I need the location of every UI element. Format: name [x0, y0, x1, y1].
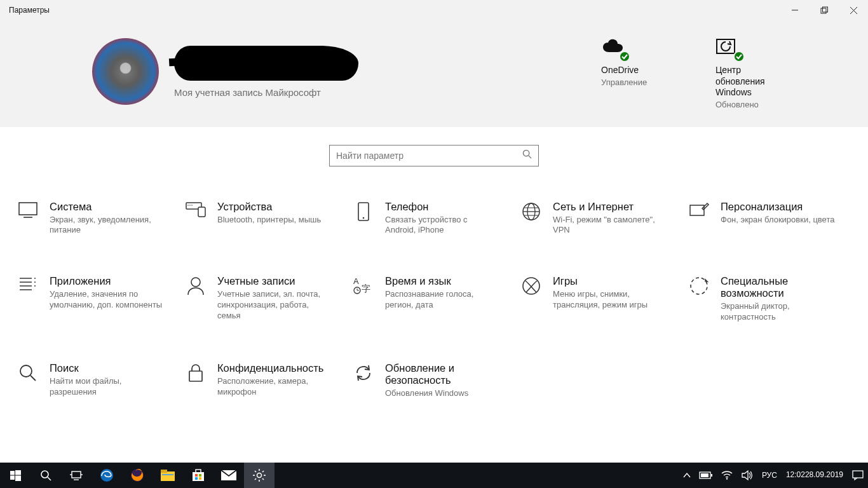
- svg-rect-11: [198, 207, 205, 217]
- taskbar-app-settings[interactable]: [244, 463, 275, 488]
- xbox-icon: [521, 276, 541, 297]
- status-onedrive[interactable]: OneDrive Управление: [601, 38, 677, 109]
- globe-icon: [521, 202, 541, 222]
- search-input[interactable]: [336, 151, 522, 161]
- svg-rect-43: [15, 475, 21, 481]
- tray-chevron-up-icon[interactable]: [679, 463, 695, 488]
- tray-action-center-icon[interactable]: [848, 463, 868, 488]
- status-title: Центр обновления Windows: [715, 65, 792, 98]
- category-devices[interactable]: УстройстваBluetooth, принтеры, мышь: [186, 201, 347, 236]
- tray-language[interactable]: РУС: [757, 463, 782, 488]
- close-button[interactable]: [839, 0, 868, 20]
- tray-wifi-icon[interactable]: [717, 463, 737, 488]
- category-desc: Экранный диктор, контрастность: [721, 301, 835, 323]
- ease-icon: [689, 276, 709, 297]
- onedrive-icon: [601, 38, 627, 60]
- category-desc: Расположение, камера, микрофон: [217, 376, 332, 398]
- svg-rect-46: [72, 471, 81, 478]
- svg-line-68: [262, 478, 264, 480]
- taskbar-app-store[interactable]: [183, 463, 214, 488]
- category-title: Конфиденциальность: [217, 362, 332, 374]
- status-windows-update[interactable]: Центр обновления Windows Обновлено: [715, 38, 792, 109]
- taskbar-app-firefox[interactable]: [122, 463, 153, 488]
- svg-rect-58: [199, 474, 201, 477]
- category-phone[interactable]: ТелефонСвязать устройство с Android, iPh…: [353, 201, 515, 236]
- start-button[interactable]: [0, 463, 31, 488]
- category-title: Устройства: [217, 201, 321, 213]
- svg-rect-41: [15, 470, 21, 475]
- accounts-icon: [186, 276, 206, 297]
- check-icon: [619, 51, 630, 62]
- svg-rect-40: [10, 471, 15, 475]
- window-title: Параметры: [9, 6, 780, 15]
- svg-rect-52: [161, 471, 175, 481]
- maximize-button[interactable]: [810, 0, 839, 20]
- taskbar-app-mail[interactable]: [214, 463, 244, 488]
- category-system[interactable]: СистемаЭкран, звук, уведомления, питание: [18, 201, 179, 236]
- svg-point-12: [187, 205, 189, 206]
- tray-clock[interactable]: 12:02 28.09.2019: [782, 463, 848, 488]
- status-subtitle: Управление: [601, 78, 677, 87]
- svg-point-14: [191, 205, 193, 206]
- minimize-button[interactable]: [780, 0, 810, 20]
- category-update-security[interactable]: Обновление и безопасностьОбновления Wind…: [353, 362, 515, 399]
- category-time-language[interactable]: A字 Время и языкРаспознавание голоса, рег…: [353, 275, 515, 323]
- devices-icon: [186, 202, 206, 222]
- tray-battery-icon[interactable]: [695, 463, 717, 488]
- system-tray: РУС 12:02 28.09.2019: [679, 463, 868, 488]
- category-desc: Распознавание голоса, регион, дата: [385, 289, 499, 311]
- search-box[interactable]: [329, 145, 539, 166]
- svg-point-27: [34, 278, 36, 279]
- taskbar-app-explorer[interactable]: [153, 463, 183, 488]
- svg-marker-75: [742, 471, 748, 480]
- svg-rect-57: [195, 474, 198, 477]
- tray-time: 12:02: [786, 471, 805, 480]
- category-title: Время и язык: [385, 275, 499, 287]
- avatar: [92, 38, 159, 105]
- search-row: [0, 127, 868, 178]
- category-desc: Удаление, значения по умолчанию, доп. ко…: [50, 289, 164, 311]
- tray-volume-icon[interactable]: [737, 463, 757, 488]
- svg-line-45: [48, 477, 51, 480]
- update-icon: [353, 363, 374, 384]
- category-accounts[interactable]: Учетные записиУчетные записи, эл. почта,…: [186, 275, 347, 323]
- category-ease-of-access[interactable]: Специальные возможностиЭкранный диктор, …: [689, 275, 850, 323]
- account-name-redacted: [174, 46, 358, 81]
- svg-point-13: [189, 205, 191, 206]
- category-title: Приложения: [50, 275, 164, 287]
- category-network[interactable]: Сеть и ИнтернетWi-Fi, режим "в самолете"…: [521, 201, 682, 236]
- task-view-button[interactable]: [61, 463, 92, 488]
- svg-rect-53: [161, 470, 167, 473]
- svg-point-62: [257, 473, 262, 478]
- system-icon: [18, 202, 38, 222]
- svg-line-70: [255, 478, 256, 480]
- category-title: Обновление и безопасность: [385, 362, 515, 386]
- search-icon: [522, 149, 532, 161]
- svg-rect-1: [821, 8, 826, 13]
- svg-point-44: [41, 471, 48, 478]
- svg-point-16: [363, 217, 365, 219]
- windows-update-icon: [715, 38, 741, 60]
- search-icon: [18, 363, 38, 384]
- svg-rect-8: [19, 203, 37, 215]
- svg-rect-60: [199, 477, 201, 480]
- category-desc: Экран, звук, уведомления, питание: [50, 215, 164, 236]
- account-header: Моя учетная запись Майкрософт OneDrive У…: [0, 20, 868, 127]
- svg-line-69: [262, 471, 264, 472]
- taskbar-app-edge[interactable]: [92, 463, 122, 488]
- taskbar-search-button[interactable]: [31, 463, 61, 488]
- category-search[interactable]: ПоискНайти мои файлы, разрешения: [18, 362, 179, 399]
- status-subtitle: Обновлено: [715, 100, 792, 109]
- category-gaming[interactable]: ИгрыМеню игры, снимки, трансляция, режим…: [521, 275, 682, 323]
- category-personalization[interactable]: ПерсонализацияФон, экран блокировки, цве…: [689, 201, 850, 236]
- account-info[interactable]: Моя учетная запись Майкрософт: [92, 38, 601, 105]
- svg-line-7: [529, 156, 531, 158]
- category-title: Учетные записи: [217, 275, 332, 287]
- category-privacy[interactable]: КонфиденциальностьРасположение, камера, …: [186, 362, 347, 399]
- status-title: OneDrive: [601, 65, 677, 76]
- category-desc: Меню игры, снимки, трансляция, режим игр…: [553, 289, 667, 311]
- category-desc: Связать устройство с Android, iPhone: [385, 215, 499, 236]
- category-title: Специальные возможности: [721, 275, 850, 299]
- category-title: Персонализация: [721, 201, 834, 213]
- category-apps[interactable]: ПриложенияУдаление, значения по умолчани…: [18, 275, 179, 323]
